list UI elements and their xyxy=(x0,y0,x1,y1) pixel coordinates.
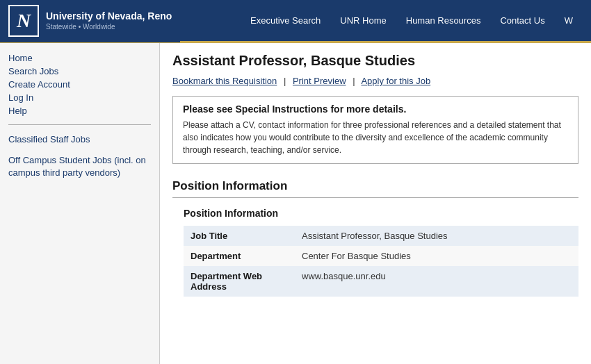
table-label-dept-web: Department Web Address xyxy=(184,266,295,297)
position-subsection-title: Position Information xyxy=(172,208,578,219)
nav-unr-home[interactable]: UNR Home xyxy=(330,15,396,26)
university-name-main: University of Nevada, Reno xyxy=(46,10,172,22)
section-divider xyxy=(172,197,578,198)
sidebar-link-off-campus-jobs[interactable]: Off Campus Student Jobs (incl. on campus… xyxy=(8,154,151,179)
nav-w[interactable]: W xyxy=(555,15,583,26)
sep-1: | xyxy=(284,76,286,86)
table-label-department: Department xyxy=(184,246,295,266)
university-name: University of Nevada, Reno Statewide • W… xyxy=(46,10,172,31)
nav-human-resources[interactable]: Human Resources xyxy=(396,15,491,26)
position-info-table: Job Title Assistant Professor, Basque St… xyxy=(184,226,578,297)
main-content: Assistant Professor, Basque Studies Book… xyxy=(160,43,591,364)
top-nav: Executive Search UNR Home Human Resource… xyxy=(180,0,591,42)
special-instructions-text: Please attach a CV, contact information … xyxy=(183,119,568,156)
special-instructions-box: Please see Special Instructions for more… xyxy=(172,96,578,164)
table-label-job-title: Job Title xyxy=(184,226,295,246)
logo-letter: N xyxy=(17,10,31,32)
sidebar-link-log-in[interactable]: Log In xyxy=(8,92,151,103)
special-instructions-title: Please see Special Instructions for more… xyxy=(183,104,568,115)
print-preview-link[interactable]: Print Preview xyxy=(293,76,346,86)
table-row: Department Web Address www.basque.unr.ed… xyxy=(184,266,578,297)
logo-n-box: N xyxy=(8,5,39,37)
position-section-title: Position Information xyxy=(172,176,578,193)
apply-link[interactable]: Apply for this Job xyxy=(361,76,430,86)
sidebar-link-home[interactable]: Home xyxy=(8,53,151,63)
main-layout: Home Search Jobs Create Account Log In H… xyxy=(0,43,591,364)
page-title: Assistant Professor, Basque Studies xyxy=(172,53,578,69)
site-header: N University of Nevada, Reno Statewide •… xyxy=(0,0,591,43)
sidebar: Home Search Jobs Create Account Log In H… xyxy=(0,43,160,364)
nav-contact-us[interactable]: Contact Us xyxy=(490,15,554,26)
table-value-job-title: Assistant Professor, Basque Studies xyxy=(295,226,578,246)
sidebar-link-classified-staff[interactable]: Classified Staff Jobs xyxy=(8,133,151,146)
sidebar-link-help[interactable]: Help xyxy=(8,106,151,116)
table-row: Job Title Assistant Professor, Basque St… xyxy=(184,226,578,246)
university-tagline: Statewide • Worldwide xyxy=(46,22,172,31)
sidebar-link-search-jobs[interactable]: Search Jobs xyxy=(8,66,151,76)
sidebar-link-create-account[interactable]: Create Account xyxy=(8,79,151,90)
bookmark-link[interactable]: Bookmark this Requisition xyxy=(172,76,277,86)
nav-executive-search[interactable]: Executive Search xyxy=(241,15,330,26)
logo-area: N University of Nevada, Reno Statewide •… xyxy=(0,0,180,42)
table-row: Department Center For Basque Studies xyxy=(184,246,578,266)
table-value-dept-web: www.basque.unr.edu xyxy=(295,266,578,297)
sep-2: | xyxy=(353,76,355,86)
sidebar-divider xyxy=(8,124,151,125)
table-value-department: Center For Basque Studies xyxy=(295,246,578,266)
action-links-bar: Bookmark this Requisition | Print Previe… xyxy=(172,76,578,86)
